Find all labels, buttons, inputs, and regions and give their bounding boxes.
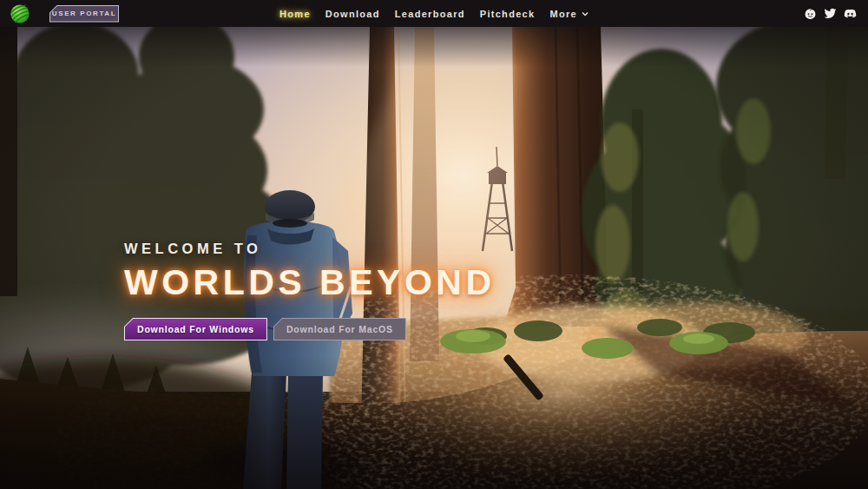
hero-content: WELCOME TO WORLDS BEYOND Download For Wi…: [124, 241, 496, 340]
top-navbar: USER PORTAL Home Download Leaderboard Pi…: [0, 0, 868, 27]
chevron-down-icon: [582, 11, 589, 17]
twitter-icon[interactable]: [824, 7, 837, 20]
bottom-fade: [0, 357, 868, 489]
hero-kicker: WELCOME TO: [124, 241, 496, 257]
download-macos-button[interactable]: Download For MacOS: [273, 318, 406, 340]
nav-link-home[interactable]: Home: [279, 9, 311, 19]
user-portal-label: USER PORTAL: [50, 6, 118, 22]
nav-link-leaderboard[interactable]: Leaderboard: [395, 9, 465, 19]
nav-link-more[interactable]: More: [549, 9, 588, 19]
hero-section: WELCOME TO WORLDS BEYOND Download For Wi…: [0, 27, 868, 489]
social-links: [804, 7, 859, 20]
download-macos-label: Download For MacOS: [274, 319, 405, 340]
discord-icon[interactable]: [844, 7, 857, 20]
user-portal-button[interactable]: USER PORTAL: [49, 5, 119, 23]
page-title: WORLDS BEYOND: [124, 262, 496, 303]
reddit-icon[interactable]: [804, 7, 817, 20]
brand-globe-logo-icon[interactable]: [9, 3, 31, 25]
download-windows-button[interactable]: Download For Windows: [124, 318, 267, 340]
nav-link-more-label: More: [549, 9, 576, 19]
hero-buttons: Download For Windows Download For MacOS: [124, 318, 496, 340]
nav-link-pitchdeck[interactable]: Pitchdeck: [480, 9, 536, 19]
main-nav: Home Download Leaderboard Pitchdeck More: [279, 0, 589, 27]
top-fade: [0, 27, 868, 67]
download-windows-label: Download For Windows: [125, 319, 266, 340]
nav-link-download[interactable]: Download: [326, 9, 380, 19]
